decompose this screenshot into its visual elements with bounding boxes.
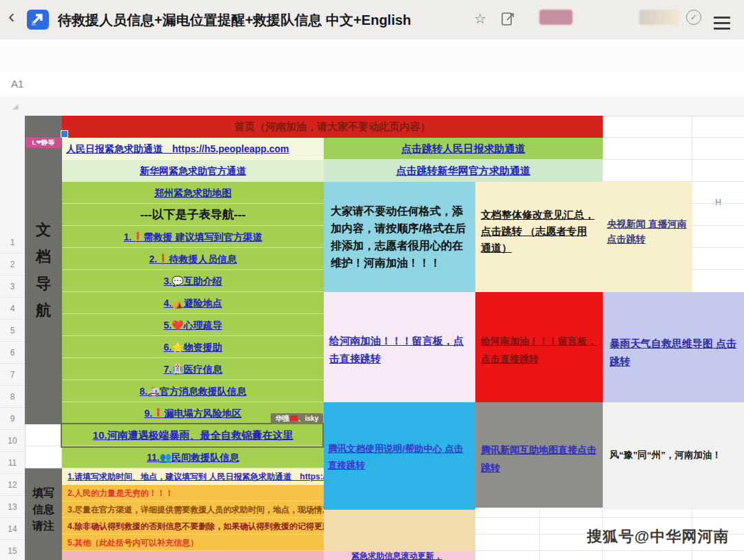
collaborator-label: L❤静等 xyxy=(25,137,61,148)
gridline xyxy=(603,137,744,138)
gridline xyxy=(692,269,744,270)
row-header[interactable]: 11 xyxy=(0,452,25,474)
menu-icon[interactable] xyxy=(714,13,730,33)
collaborator-name: 华强 xyxy=(276,415,289,422)
nav-item-cell[interactable]: 1.❗需救援 建议填写到官方渠道 xyxy=(62,226,324,248)
blurred-badge-1 xyxy=(539,10,572,25)
row-header[interactable]: 4 xyxy=(0,298,25,320)
fill-note-line: 信息 xyxy=(32,503,54,517)
nav-item-cell[interactable]: 3.💬互助介绍 xyxy=(62,270,324,292)
row-header[interactable]: 10 xyxy=(0,430,25,452)
format-notice-cell: 大家请不要动任何格式，添加内容，请按顺序/格式在后排添加，志愿者很用心的在维护！… xyxy=(324,182,475,292)
row-header[interactable]: 9 xyxy=(0,408,25,430)
note-cell[interactable]: 1.请填写求助时间、地点，建议填写到 人民日报紧急求助通道 https://h5… xyxy=(62,468,324,485)
nav-item-cell[interactable]: 7.🏥医疗信息 xyxy=(62,358,324,380)
column-header-row: ◢ A ◄▶ C D E F G H xyxy=(0,96,744,116)
message-board-link-cell[interactable]: 给河南加油！！！留言板，点击直接跳转 xyxy=(324,292,475,402)
pink-strip-cell xyxy=(62,551,324,560)
fill-note-line: 请注 xyxy=(32,519,54,534)
row-header[interactable]: 3 xyxy=(0,276,25,298)
note-cell: 4.除非确认得到救援的否则信息不要删除，如果确认得到救援的记得更新进 xyxy=(62,518,324,535)
doc-nav-char: 航 xyxy=(36,300,51,321)
jump-xinhua-cell[interactable]: 点击跳转新华网官方求助通道 xyxy=(324,160,603,182)
note-cell: 5.其他（此处括号内可以补充信息） xyxy=(62,535,324,551)
emergency-scroll-link-cell[interactable]: 紧急求助信息滚动更新， xyxy=(324,551,475,560)
note-cell: 3.尽量在官方渠道，详细提供需要救援人员的求助时间，地点，现场情况，联 xyxy=(62,501,324,518)
gridline xyxy=(475,550,744,551)
gridline xyxy=(475,517,744,518)
gridline xyxy=(603,159,744,160)
message-board-link-cell-red[interactable]: 给河南加油！！！留言板，点击直接跳转 xyxy=(475,292,603,402)
subsheet-nav-header-cell: ---以下是子表导航--- xyxy=(62,204,324,226)
docs-help-link-cell[interactable]: 腾讯文档使用说明/帮助中心 点击直接跳转 xyxy=(324,402,475,510)
collaborator-name-2: 、isky xyxy=(298,415,318,422)
cell-reference-box[interactable]: A1 xyxy=(11,78,23,90)
nav-item-cell[interactable]: 5.❤️心理疏导 xyxy=(62,314,324,336)
select-all-corner[interactable]: ◢ xyxy=(12,102,18,111)
nav-item-cell[interactable]: 6.🌟物资援助 xyxy=(62,336,324,358)
share-icon[interactable] xyxy=(500,10,517,28)
tencent-docs-logo xyxy=(26,9,50,30)
row-header[interactable]: 1 xyxy=(0,231,25,253)
row-header[interactable]: 15 xyxy=(0,540,25,560)
gridline xyxy=(692,225,744,226)
zhengzhou-map-link-cell[interactable]: 郑州紧急求助地图 xyxy=(62,182,324,204)
star-icon[interactable]: ☆ xyxy=(474,10,486,27)
news-map-link-cell[interactable]: 腾讯新闻互助地图直接点击跳转 xyxy=(475,402,603,508)
document-title: 待救援人员信息+漏电位置提醒+救援队信息 中文+English xyxy=(58,11,471,30)
nav-item-cell[interactable]: 11.👥民间救援队信息 xyxy=(62,446,324,468)
fill-note-line: 填写 xyxy=(32,486,54,501)
row-header[interactable]: 8 xyxy=(0,386,25,408)
mindmap-link-cell[interactable]: 暴雨天气自救思维导图 点击跳转 xyxy=(603,292,744,402)
doc-nav-char: 档 xyxy=(36,247,51,267)
china-flag-emoji xyxy=(290,415,298,421)
people-daily-link-cell[interactable]: 人民日报紧急求助通道 https://h5.peopleapp.com xyxy=(62,138,324,160)
gridline xyxy=(692,203,744,204)
row-header[interactable]: 6 xyxy=(0,342,25,364)
nav-item-cell[interactable]: 10.河南遭遇极端暴雨、最全自救锦囊在这里 xyxy=(62,424,324,446)
top-bar: ‹ 待救援人员信息+漏电位置提醒+救援队信息 中文+English ☆ ✓ xyxy=(0,0,744,40)
collaborator-label: 华强、isky xyxy=(271,413,323,424)
back-icon[interactable]: ‹ xyxy=(8,6,14,28)
gridline xyxy=(539,510,540,560)
row-header[interactable]: 12 xyxy=(0,474,25,496)
formula-bar: A1 xyxy=(0,72,744,97)
doc-nav-char: 导 xyxy=(36,273,51,294)
watermark: 搜狐号@中华网河南 xyxy=(587,526,729,547)
gridline xyxy=(25,446,62,446)
cctv-live-link-cell[interactable]: 央视新闻 直播河南 点击跳转 xyxy=(603,182,692,292)
gridline xyxy=(692,247,744,248)
home-banner-cell: 首页（河南加油，请大家不要动此页内容） xyxy=(62,116,603,138)
blurred-badge-2 xyxy=(639,10,679,25)
slogan-cell: 风“豫”同“州”，河南加油！ xyxy=(603,402,744,510)
jump-people-daily-cell[interactable]: 点击跳转人民日报求助通道 xyxy=(324,138,603,160)
tan-block-cell xyxy=(324,510,475,551)
nav-item-cell[interactable]: 8.🚑官方消息救援队信息 xyxy=(62,380,324,402)
tencent-docs-sheet-app: ‹ 待救援人员信息+漏电位置提醒+救援队信息 中文+English ☆ ✓ ↺ … xyxy=(0,0,744,560)
row-header-column: 1 2 3 4 5 6 7 8 9 10 11 12 13 14 15 16 1… xyxy=(0,116,25,560)
sidebar-cell-partial xyxy=(25,551,62,560)
row-header[interactable]: 13 xyxy=(0,496,25,518)
nav-item-cell[interactable]: 4.⛺避险地点 xyxy=(62,292,324,314)
feedback-link-cell[interactable]: 文档整体修改意见汇总，点击跳转 （志愿者专用通道） xyxy=(475,182,603,292)
row-header[interactable]: 2 xyxy=(0,253,25,276)
collaborator-cursor-marker xyxy=(61,130,68,138)
fill-note-sidebar-cell: 填写 信息 请注 xyxy=(25,468,62,551)
gridline xyxy=(692,116,692,182)
row-header[interactable]: 14 xyxy=(0,518,25,540)
doc-nav-sidebar-cell: 文 档 导 航 xyxy=(25,116,62,424)
toolbar: ↺ ↻ ⊕ 插入▾ 常规▾ .0 默认字体▾ 20▾ B A▾ ⋯ ▾ ▾ 更多… xyxy=(0,39,744,72)
xinhua-link-cell[interactable]: 新华网紧急求助官方通道 xyxy=(62,160,324,182)
check-circle-icon[interactable]: ✓ xyxy=(686,10,701,25)
note-cell: 2.人民的力量是无穷的！！！ xyxy=(62,485,324,501)
doc-nav-char: 文 xyxy=(36,220,51,240)
nav-item-cell[interactable]: 2.❗待救援人员信息 xyxy=(62,248,324,270)
column-header[interactable]: H xyxy=(692,193,744,212)
row-header[interactable]: 5 xyxy=(0,320,25,342)
row-header[interactable]: 7 xyxy=(0,364,25,386)
